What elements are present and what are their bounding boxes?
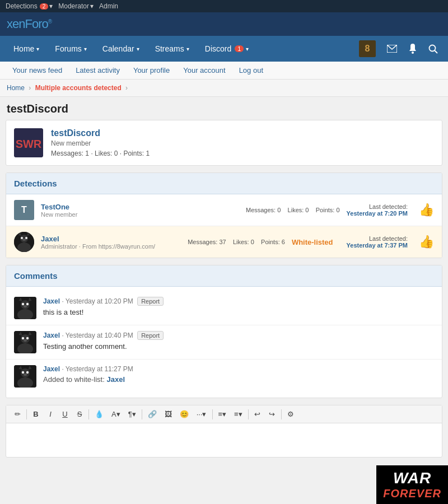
forums-arrow: ▾ bbox=[84, 46, 87, 52]
subnav-your-account[interactable]: Your account bbox=[176, 62, 232, 79]
messages-button[interactable] bbox=[382, 40, 402, 57]
discord-arrow: ▾ bbox=[246, 46, 249, 52]
detections-menu[interactable]: Detections 2 ▾ bbox=[6, 2, 53, 10]
testone-username[interactable]: TestOne bbox=[41, 203, 239, 211]
jaxel-likes: Likes: 0 bbox=[233, 239, 254, 245]
user-avatar: 8 bbox=[359, 40, 376, 57]
moderator-menu[interactable]: Moderator ▾ bbox=[58, 2, 94, 10]
nav-streams[interactable]: Streams ▾ bbox=[147, 39, 197, 59]
site-header: xenForo® bbox=[0, 12, 448, 36]
comment-avatar-3 bbox=[14, 365, 36, 388]
svg-point-25 bbox=[24, 339, 27, 342]
comment-author-2[interactable]: Jaxel bbox=[43, 332, 60, 339]
editor-box: ✏ B I U S 💧 A▾ ¶▾ 🔗 🖼 😊 ···▾ ≡▾ ≡▾ ↩ ↪ ⚙ bbox=[6, 405, 442, 458]
report-button-1[interactable]: Report bbox=[137, 297, 164, 306]
subnav-latest-activity[interactable]: Latest activity bbox=[69, 62, 127, 79]
editor-image-btn[interactable]: 🖼 bbox=[161, 408, 175, 421]
admin-link[interactable]: Admin bbox=[99, 2, 118, 10]
editor-content[interactable] bbox=[6, 423, 442, 457]
svg-point-13 bbox=[22, 239, 26, 241]
editor-pen-btn[interactable]: ✏ bbox=[11, 408, 24, 421]
editor-redo-btn[interactable]: ↪ bbox=[265, 408, 279, 421]
svg-point-23 bbox=[22, 337, 24, 339]
jaxel-avatar bbox=[14, 232, 34, 252]
editor-font-btn[interactable]: A▾ bbox=[108, 408, 124, 421]
subnav-news-feed[interactable]: Your news feed bbox=[6, 62, 69, 79]
comment-item-3: Jaxel · Yesterday at 11:27 PM Added to w… bbox=[6, 360, 442, 393]
nav-forums[interactable]: Forums ▾ bbox=[47, 39, 94, 59]
profile-avatar: SWR bbox=[14, 128, 43, 157]
detection-row-testone: T TestOne New member Messages: 0 Likes: … bbox=[6, 194, 442, 226]
testone-thumbs-up[interactable]: 👍 bbox=[419, 203, 434, 217]
editor-emoji-btn[interactable]: 😊 bbox=[176, 408, 192, 421]
svg-line-5 bbox=[435, 50, 437, 53]
nav-bar: Home ▾ Forums ▾ Calendar ▾ Streams ▾ Dis… bbox=[0, 36, 448, 62]
logo-tm: ® bbox=[48, 18, 52, 25]
subnav-log-out[interactable]: Log out bbox=[232, 62, 270, 79]
nav-discord[interactable]: Discord 1 ▾ bbox=[197, 39, 257, 59]
nav-icons: 8 bbox=[354, 36, 442, 62]
breadcrumb-current: Multiple accounts detected bbox=[35, 84, 122, 92]
svg-point-31 bbox=[24, 374, 27, 376]
svg-point-29 bbox=[22, 371, 24, 374]
detections-header: Detections bbox=[6, 173, 442, 194]
subnav-your-profile[interactable]: Your profile bbox=[127, 62, 176, 79]
comment-author-1[interactable]: Jaxel bbox=[43, 297, 60, 305]
svg-text:SWR: SWR bbox=[16, 138, 42, 150]
whitelist-user-link[interactable]: Jaxel bbox=[106, 375, 125, 384]
testone-avatar: T bbox=[14, 200, 34, 220]
report-button-2[interactable]: Report bbox=[137, 331, 164, 340]
breadcrumb-sep2: › bbox=[125, 84, 128, 92]
breadcrumb: Home › Multiple accounts detected › bbox=[0, 80, 448, 97]
notifications-button[interactable] bbox=[404, 39, 422, 58]
editor-underline-btn[interactable]: U bbox=[58, 408, 72, 421]
jaxel-messages: Messages: 37 bbox=[188, 239, 226, 245]
comment-text-1: this is a test! bbox=[43, 308, 164, 316]
toolbar-sep-6 bbox=[281, 409, 282, 419]
jaxel-last-detected: Last detected: Yesterday at 7:37 PM bbox=[347, 235, 408, 249]
editor-para-btn[interactable]: ¶▾ bbox=[125, 408, 139, 421]
profile-role: New member bbox=[51, 139, 150, 147]
toolbar-sep-1 bbox=[26, 409, 27, 419]
streams-arrow: ▾ bbox=[186, 46, 189, 52]
comment-meta-2: Jaxel · Yesterday at 10:40 PM Report bbox=[43, 331, 164, 340]
editor-align-btn[interactable]: ≡▾ bbox=[215, 408, 230, 421]
editor-undo-btn[interactable]: ↩ bbox=[251, 408, 264, 421]
editor-settings-btn[interactable]: ⚙ bbox=[284, 408, 297, 421]
svg-text:8: 8 bbox=[365, 44, 370, 53]
editor-strikethrough-btn[interactable]: S bbox=[73, 408, 86, 421]
logo-xen: xen bbox=[7, 17, 25, 31]
jaxel-thumbs-up[interactable]: 👍 bbox=[419, 235, 434, 249]
jaxel-username[interactable]: Jaxel bbox=[41, 235, 181, 243]
editor-bold-btn[interactable]: B bbox=[29, 408, 43, 421]
jaxel-points: Points: 6 bbox=[261, 239, 285, 245]
nav-calendar[interactable]: Calendar ▾ bbox=[95, 39, 147, 59]
jaxel-whitelist-badge: White-listed bbox=[292, 238, 333, 246]
profile-username[interactable]: testDiscord bbox=[51, 128, 150, 138]
editor-list-btn[interactable]: ≡▾ bbox=[231, 408, 246, 421]
jaxel-last-label: Last detected: bbox=[347, 235, 408, 242]
profile-info: testDiscord New member Messages: 1 · Lik… bbox=[51, 128, 150, 157]
comment-item-2: Jaxel · Yesterday at 10:40 PM Report Tes… bbox=[6, 325, 442, 360]
testone-last-time: Yesterday at 7:20 PM bbox=[347, 210, 408, 217]
editor-more-btn[interactable]: ···▾ bbox=[193, 408, 210, 421]
testone-stats: Messages: 0 Likes: 0 Points: 0 bbox=[246, 207, 340, 213]
editor-color-btn[interactable]: 💧 bbox=[91, 408, 107, 421]
jaxel-stats: Messages: 37 Likes: 0 Points: 6 bbox=[188, 239, 285, 245]
svg-point-19 bbox=[24, 305, 27, 307]
profile-points: Points: 1 bbox=[123, 150, 150, 157]
editor-italic-btn[interactable]: I bbox=[44, 408, 57, 421]
comment-meta-3: Jaxel · Yesterday at 11:27 PM bbox=[43, 365, 133, 373]
svg-point-4 bbox=[430, 45, 436, 51]
search-button[interactable] bbox=[424, 40, 442, 58]
logo-foro: Foro bbox=[25, 17, 48, 31]
site-logo[interactable]: xenForo® bbox=[7, 17, 52, 31]
discord-badge: 1 bbox=[235, 45, 244, 52]
comment-author-3[interactable]: Jaxel bbox=[43, 365, 60, 373]
toolbar-sep-2 bbox=[88, 409, 89, 419]
breadcrumb-home[interactable]: Home bbox=[7, 84, 25, 92]
comment-avatar-2 bbox=[14, 331, 36, 353]
nav-home[interactable]: Home ▾ bbox=[6, 39, 47, 59]
editor-link-btn[interactable]: 🔗 bbox=[144, 408, 160, 421]
avatar-button[interactable]: 8 bbox=[354, 36, 380, 62]
